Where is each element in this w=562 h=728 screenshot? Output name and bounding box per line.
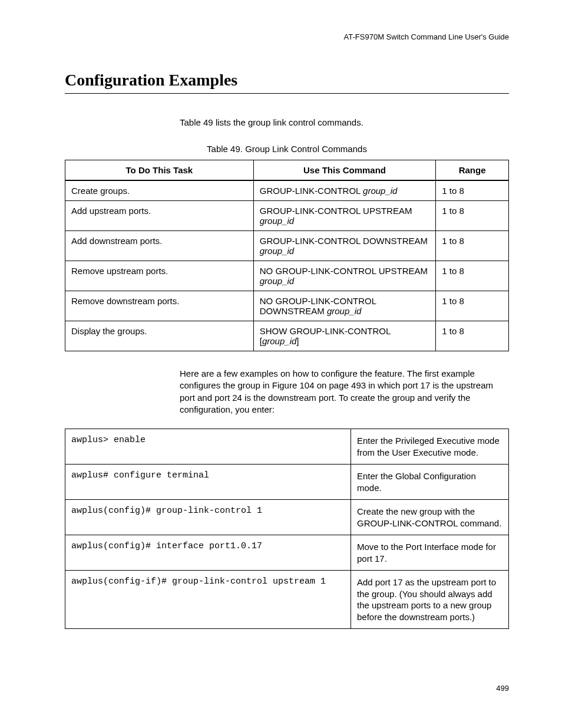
command-cell: SHOW GROUP-LINK-CONTROL [group_id]: [253, 321, 435, 351]
section-title: Configuration Examples: [65, 71, 509, 94]
command-cell: NO GROUP-LINK-CONTROL UPSTREAM group_id: [253, 261, 435, 291]
command-cell: GROUP-LINK-CONTROL group_id: [253, 180, 435, 201]
desc-cell: Add port 17 as the upstream port to the …: [351, 571, 509, 629]
table-row: Remove downstream ports. NO GROUP-LINK-C…: [65, 291, 509, 321]
range-cell: 1 to 8: [436, 321, 509, 351]
range-cell: 1 to 8: [436, 261, 509, 291]
code-cell: awplus# configure terminal: [65, 465, 351, 500]
table-header-task: To Do This Task: [65, 160, 254, 181]
desc-cell: Create the new group with the GROUP-LINK…: [351, 500, 509, 535]
table-row: awplus(config-if)# group-link-control up…: [65, 571, 509, 629]
task-cell: Add downstream ports.: [65, 231, 254, 261]
page-number: 499: [496, 684, 509, 693]
table-row: Create groups. GROUP-LINK-CONTROL group_…: [65, 180, 509, 201]
code-cell: awplus(config-if)# group-link-control up…: [65, 571, 351, 629]
steps-table: awplus> enable Enter the Privileged Exec…: [65, 429, 509, 629]
table-caption: Table 49. Group Link Control Commands: [65, 144, 509, 154]
table-row: Add upstream ports. GROUP-LINK-CONTROL U…: [65, 201, 509, 231]
range-cell: 1 to 8: [436, 201, 509, 231]
code-cell: awplus> enable: [65, 429, 351, 465]
desc-cell: Enter the Privileged Executive mode from…: [351, 429, 509, 465]
table-row: Remove upstream ports. NO GROUP-LINK-CON…: [65, 261, 509, 291]
command-cell: GROUP-LINK-CONTROL UPSTREAM group_id: [253, 201, 435, 231]
table-header-command: Use This Command: [253, 160, 435, 181]
table-header-range: Range: [436, 160, 509, 181]
body-paragraph: Here are a few examples on how to config…: [180, 368, 509, 416]
task-cell: Display the groups.: [65, 321, 254, 351]
command-cell: GROUP-LINK-CONTROL DOWNSTREAM group_id: [253, 231, 435, 261]
command-cell: NO GROUP-LINK-CONTROL DOWNSTREAM group_i…: [253, 291, 435, 321]
commands-table: To Do This Task Use This Command Range C…: [65, 160, 509, 351]
table-row: awplus> enable Enter the Privileged Exec…: [65, 429, 509, 465]
desc-cell: Move to the Port Interface mode for port…: [351, 535, 509, 571]
table-row: awplus(config)# group-link-control 1 Cre…: [65, 500, 509, 535]
table-row: Display the groups. SHOW GROUP-LINK-CONT…: [65, 321, 509, 351]
table-row: Add downstream ports. GROUP-LINK-CONTROL…: [65, 231, 509, 261]
task-cell: Add upstream ports.: [65, 201, 254, 231]
task-cell: Remove downstream ports.: [65, 291, 254, 321]
code-cell: awplus(config)# group-link-control 1: [65, 500, 351, 535]
table-row: awplus(config)# interface port1.0.17 Mov…: [65, 535, 509, 571]
document-header: AT-FS970M Switch Command Line User's Gui…: [65, 32, 509, 41]
task-cell: Remove upstream ports.: [65, 261, 254, 291]
range-cell: 1 to 8: [436, 231, 509, 261]
range-cell: 1 to 8: [436, 291, 509, 321]
code-cell: awplus(config)# interface port1.0.17: [65, 535, 351, 571]
table-row: awplus# configure terminal Enter the Glo…: [65, 465, 509, 500]
desc-cell: Enter the Global Configuration mode.: [351, 465, 509, 500]
task-cell: Create groups.: [65, 180, 254, 201]
intro-paragraph: Table 49 lists the group link control co…: [180, 117, 509, 127]
range-cell: 1 to 8: [436, 180, 509, 201]
